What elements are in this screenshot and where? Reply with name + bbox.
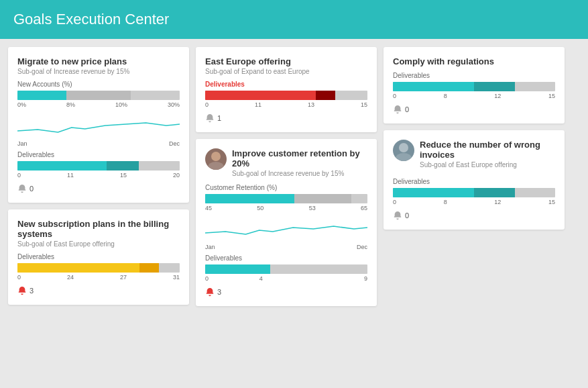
- bell-icon: [17, 184, 27, 193]
- svg-point-1: [208, 162, 224, 170]
- bell-icon-5: [393, 105, 402, 114]
- card4-badge-count: 3: [217, 288, 221, 296]
- card4-metric-label: Customer Retention (%): [205, 184, 367, 191]
- card4-subtitle: Sub-goal of Increase revenue by 15%: [232, 170, 367, 177]
- card1-metric-scale: 0% 8% 10% 30%: [17, 101, 180, 108]
- svg-point-2: [399, 143, 408, 152]
- card6-deliverables-label: Deliverables: [393, 178, 555, 185]
- card-subscription-plans: New subscription plans in the billing sy…: [8, 209, 189, 305]
- card2-deliverables: Deliverables 0 24 27 31: [17, 253, 180, 281]
- card4-metric-scale: 45 50 53 65: [205, 205, 367, 211]
- card1-metric-bar: 0% 8% 10% 30%: [17, 91, 180, 108]
- card4-title: Improve customer retention by 20%: [232, 148, 367, 168]
- card-migrate-price-plans: Migrate to new price plans Sub-goal of I…: [8, 47, 189, 203]
- card3-deliverables: Deliverables 0 11 13 15: [205, 81, 367, 108]
- bell-icon-6: [393, 211, 402, 220]
- card2-title: New subscription plans in the billing sy…: [17, 219, 180, 239]
- card-east-europe: East Europe offering Sub-goal of Expand …: [196, 47, 377, 132]
- card6-deliverables-scale: 0 8 12 15: [393, 199, 555, 205]
- card1-badge: 0: [17, 184, 180, 193]
- card6-title-wrap: Reduce the number of wrong invoices Sub-…: [420, 140, 555, 174]
- bell-icon-4: [205, 287, 215, 297]
- card1-badge-count: 0: [30, 185, 34, 193]
- card1-metric-label: New Accounts (%): [17, 81, 180, 88]
- card3-subtitle: Sub-goal of Expand to east Europe: [205, 68, 367, 75]
- card2-badge: 3: [17, 286, 180, 295]
- card5-title: Comply with regulations: [393, 56, 555, 66]
- card4-badge: 3: [205, 287, 367, 297]
- card-customer-retention: Improve customer retention by 20% Sub-go…: [196, 139, 377, 306]
- card1-title: Migrate to new price plans: [17, 56, 180, 66]
- card6-avatar: [393, 140, 414, 161]
- card4-deliverables-label: Deliverables: [205, 254, 367, 262]
- card4-deliverables-scale: 0 4 9: [205, 275, 367, 282]
- card6-deliverables: Deliverables 0 8 12 15: [393, 178, 555, 205]
- card3-badge: 1: [205, 113, 367, 123]
- card1-subtitle: Sub-goal of Increase revenue by 15%: [17, 68, 180, 75]
- card4-avatar: [205, 148, 227, 170]
- card6-title: Reduce the number of wrong invoices: [420, 140, 555, 160]
- card3-deliverables-scale: 0 11 13 15: [205, 101, 367, 108]
- card5-deliverables-scale: 0 8 12 15: [393, 93, 555, 99]
- right-column: Comply with regulations Deliverables 0 8…: [384, 47, 565, 380]
- card2-deliverables-scale: 0 24 27 31: [17, 274, 180, 281]
- bell-icon-3: [205, 113, 215, 123]
- card4-title-wrap: Improve customer retention by 20% Sub-go…: [232, 148, 367, 183]
- mid-column: East Europe offering Sub-goal of Expand …: [196, 47, 377, 380]
- card3-badge-count: 1: [217, 114, 221, 122]
- card-reduce-invoices: Reduce the number of wrong invoices Sub-…: [384, 130, 565, 230]
- card1-line-chart: [17, 111, 180, 138]
- card6-badge-count: 0: [405, 211, 409, 220]
- svg-point-0: [211, 152, 221, 161]
- card1-deliverables-label: Deliverables: [17, 151, 180, 158]
- card4-header: Improve customer retention by 20% Sub-go…: [205, 148, 367, 183]
- left-column: Migrate to new price plans Sub-goal of I…: [8, 47, 189, 380]
- app-header: Goals Execution Center: [0, 0, 588, 39]
- card3-title: East Europe offering: [205, 56, 367, 66]
- card2-deliverables-label: Deliverables: [17, 253, 180, 260]
- page-title: Goals Execution Center: [13, 11, 169, 28]
- card-comply-regulations: Comply with regulations Deliverables 0 8…: [384, 47, 565, 124]
- bell-icon-2: [17, 286, 27, 295]
- card6-subtitle: Sub-goal of East Europe offering: [420, 161, 555, 168]
- card5-deliverables: Deliverables 0 8 12 15: [393, 72, 555, 99]
- card5-deliverables-label: Deliverables: [393, 72, 555, 79]
- card4-deliverables: Deliverables 0 4 9: [205, 254, 367, 282]
- card2-subtitle: Sub-goal of East Europe offering: [17, 240, 180, 248]
- card6-badge: 0: [393, 211, 555, 220]
- card1-deliverables: Deliverables 0 11 15 20: [17, 151, 180, 179]
- card1-chart-labels: Jan Dec: [17, 140, 180, 147]
- card5-badge: 0: [393, 105, 555, 114]
- card4-line-chart: [205, 214, 367, 241]
- main-content: Migrate to new price plans Sub-goal of I…: [0, 39, 588, 388]
- card5-badge-count: 0: [405, 105, 409, 113]
- svg-point-3: [396, 153, 412, 161]
- card2-badge-count: 3: [30, 287, 34, 295]
- card4-chart-labels: Jan Dec: [205, 244, 367, 250]
- card1-deliverables-scale: 0 11 15 20: [17, 172, 180, 179]
- card3-deliverables-label: Deliverables: [205, 81, 367, 88]
- card6-header: Reduce the number of wrong invoices Sub-…: [393, 140, 555, 174]
